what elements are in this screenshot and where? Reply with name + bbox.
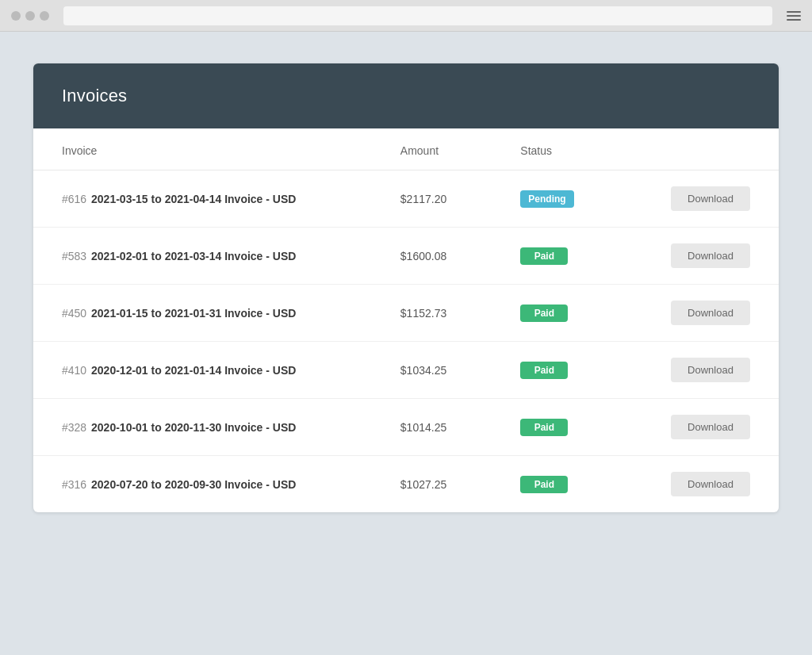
invoice-name: 2020-12-01 to 2021-01-14 Invoice - USD (91, 364, 296, 377)
browser-url-bar[interactable] (63, 6, 772, 25)
invoice-cell: #328 2020-10-01 to 2020-11-30 Invoice - … (33, 399, 372, 456)
invoice-action-cell: Download (620, 399, 779, 456)
invoice-status-cell: Paid (492, 228, 620, 285)
table-row: #616 2021-03-15 to 2021-04-14 Invoice - … (33, 170, 779, 228)
card-header: Invoices (33, 63, 779, 128)
invoice-name: 2021-01-15 to 2021-01-31 Invoice - USD (91, 307, 296, 320)
page-title: Invoices (62, 86, 750, 106)
browser-dots (11, 11, 49, 21)
download-button[interactable]: Download (671, 301, 750, 325)
invoices-card: Invoices Invoice Amount Status #616 2021… (33, 63, 779, 512)
col-header-amount: Amount (372, 128, 492, 170)
table-row: #450 2021-01-15 to 2021-01-31 Invoice - … (33, 285, 779, 342)
invoice-amount: $1034.25 (372, 342, 492, 399)
table-row: #410 2020-12-01 to 2021-01-14 Invoice - … (33, 342, 779, 399)
invoice-status-cell: Paid (492, 399, 620, 456)
download-button[interactable]: Download (671, 415, 750, 439)
download-button[interactable]: Download (671, 472, 750, 496)
invoice-number: #328 (62, 421, 86, 434)
col-header-invoice: Invoice (33, 128, 372, 170)
invoice-name: 2021-02-01 to 2021-03-14 Invoice - USD (91, 250, 296, 262)
table-row: #328 2020-10-01 to 2020-11-30 Invoice - … (33, 399, 779, 456)
download-button[interactable]: Download (671, 186, 750, 211)
status-badge: Paid (520, 419, 568, 436)
invoice-status-cell: Paid (492, 342, 620, 399)
invoices-table: Invoice Amount Status #616 2021-03-15 to… (33, 128, 779, 512)
invoice-status-cell: Pending (492, 170, 620, 228)
invoice-action-cell: Download (620, 228, 779, 285)
invoice-action-cell: Download (620, 342, 779, 399)
invoice-action-cell: Download (620, 170, 779, 228)
browser-chrome (0, 0, 812, 32)
table-row: #316 2020-07-20 to 2020-09-30 Invoice - … (33, 456, 779, 513)
status-badge: Paid (520, 305, 568, 322)
invoice-amount: $2117.20 (372, 170, 492, 228)
invoice-amount: $1600.08 (372, 228, 492, 285)
status-badge: Paid (520, 247, 568, 265)
invoice-name: 2020-07-20 to 2020-09-30 Invoice - USD (91, 478, 296, 491)
browser-dot-3 (40, 11, 49, 21)
invoice-cell: #583 2021-02-01 to 2021-03-14 Invoice - … (33, 228, 372, 285)
browser-menu-icon[interactable] (787, 11, 801, 21)
invoice-cell: #316 2020-07-20 to 2020-09-30 Invoice - … (33, 456, 372, 513)
invoice-amount: $1027.25 (372, 456, 492, 513)
invoice-action-cell: Download (620, 285, 779, 342)
download-button[interactable]: Download (671, 358, 750, 382)
col-header-action (620, 128, 779, 170)
status-badge: Pending (520, 190, 573, 208)
col-header-status: Status (492, 128, 620, 170)
invoice-cell: #616 2021-03-15 to 2021-04-14 Invoice - … (33, 170, 372, 228)
invoice-action-cell: Download (620, 456, 779, 513)
invoice-number: #583 (62, 250, 86, 262)
invoice-status-cell: Paid (492, 285, 620, 342)
invoice-amount: $1014.25 (372, 399, 492, 456)
status-badge: Paid (520, 362, 568, 379)
invoice-number: #450 (62, 307, 86, 320)
browser-dot-1 (11, 11, 21, 21)
invoice-amount: $1152.73 (372, 285, 492, 342)
invoice-name: 2020-10-01 to 2020-11-30 Invoice - USD (91, 421, 296, 434)
invoice-cell: #410 2020-12-01 to 2021-01-14 Invoice - … (33, 342, 372, 399)
browser-dot-2 (25, 11, 35, 21)
page-background: Invoices Invoice Amount Status #616 2021… (0, 32, 812, 655)
status-badge: Paid (520, 476, 568, 493)
invoice-number: #410 (62, 364, 86, 377)
table-header-row: Invoice Amount Status (33, 128, 779, 170)
invoice-number: #316 (62, 478, 86, 491)
invoice-status-cell: Paid (492, 456, 620, 513)
invoice-name: 2021-03-15 to 2021-04-14 Invoice - USD (91, 193, 296, 205)
download-button[interactable]: Download (671, 243, 750, 268)
invoice-number: #616 (62, 193, 86, 205)
table-row: #583 2021-02-01 to 2021-03-14 Invoice - … (33, 228, 779, 285)
invoice-cell: #450 2021-01-15 to 2021-01-31 Invoice - … (33, 285, 372, 342)
